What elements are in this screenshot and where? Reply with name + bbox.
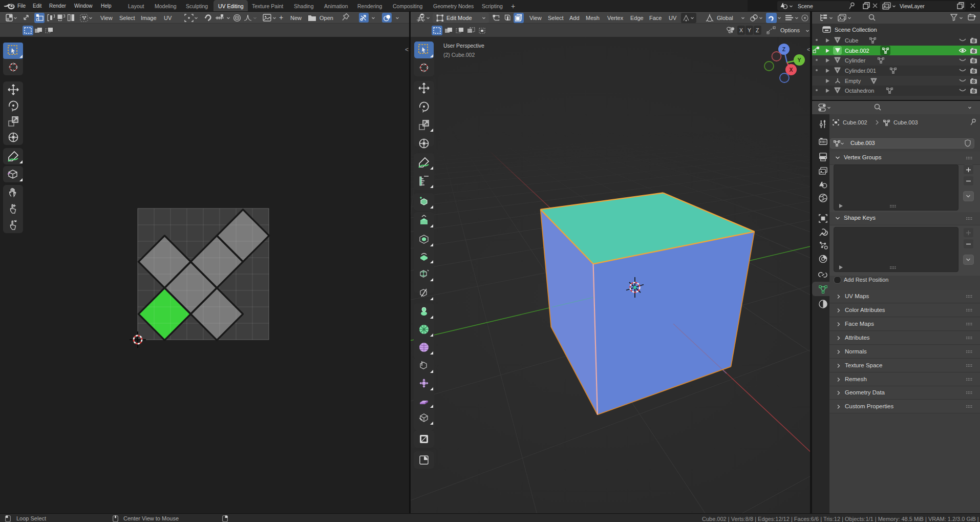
svg-text:Z: Z	[782, 46, 786, 52]
svg-text:Y: Y	[797, 57, 801, 63]
svg-text:X: X	[789, 67, 793, 73]
